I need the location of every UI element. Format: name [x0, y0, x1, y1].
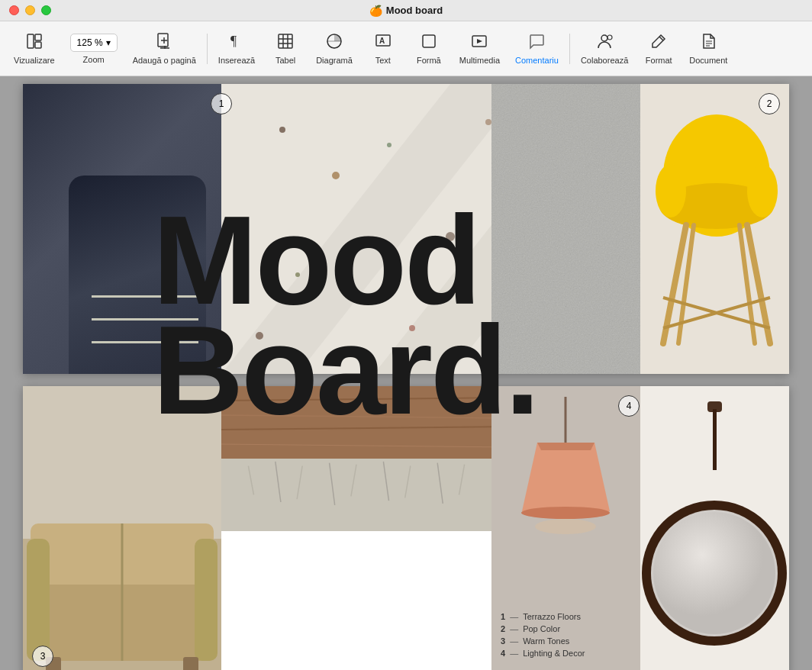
svg-point-83: [535, 519, 596, 534]
diagrama-label: Diagramă: [316, 56, 353, 65]
svg-rect-62: [183, 657, 198, 670]
page-1: 1 2: [23, 84, 789, 374]
toolbar-item-vizualizare[interactable]: Vizualizare: [6, 28, 63, 69]
close-button[interactable]: [9, 5, 19, 15]
comentariu-icon: [528, 33, 545, 53]
svg-rect-17: [423, 35, 435, 47]
toolbar-item-document[interactable]: Document: [682, 28, 735, 69]
minimize-button[interactable]: [25, 5, 35, 15]
window-title: 🍊 Mood board: [369, 5, 443, 17]
insereaza-label: Inserează: [218, 56, 255, 65]
document-container: 1 2: [0, 76, 812, 670]
legend-item-3: 3 — Warm Tones: [501, 636, 631, 646]
cell-yellow-chair[interactable]: [640, 84, 789, 374]
vizualizare-icon: [26, 33, 43, 53]
comentariu-label: Comentariu: [515, 56, 559, 65]
cell-concrete[interactable]: [491, 84, 640, 374]
document-label: Document: [689, 56, 727, 65]
toolbar-item-multimedia[interactable]: Multimedia: [452, 28, 508, 69]
svg-rect-42: [491, 84, 640, 374]
zoom-label: Zoom: [83, 55, 105, 64]
window-controls: [9, 5, 51, 15]
cell-mirror[interactable]: [640, 386, 789, 670]
svg-point-37: [256, 332, 263, 340]
toolbar-item-adauga-pagina[interactable]: Adaugă o pagină: [125, 28, 204, 69]
svg-rect-86: [713, 409, 717, 470]
svg-point-30: [387, 143, 392, 147]
svg-text:¶: ¶: [230, 34, 237, 49]
maximize-button[interactable]: [41, 5, 51, 15]
canvas-area: 1 2: [0, 76, 812, 670]
page-num-3: 3: [32, 646, 53, 667]
toolbar-item-zoom[interactable]: 125 % ▾ Zoom: [63, 29, 125, 69]
title-text: Mood board: [386, 5, 443, 16]
adauga-pagina-icon: [156, 33, 172, 53]
multimedia-icon: [471, 33, 488, 53]
svg-point-29: [332, 172, 340, 179]
page-2: 3 4: [23, 386, 789, 670]
forma-label: Formă: [417, 56, 441, 65]
separator-2: [569, 34, 570, 64]
legend-item-4: 4 — Lighting & Decor: [501, 649, 631, 658]
terrazzo-image: [221, 84, 491, 374]
dark-chair-image: [23, 84, 221, 374]
svg-point-46: [656, 164, 686, 217]
cell-wood-fur[interactable]: [221, 386, 491, 670]
toolbar-item-text[interactable]: A Text: [360, 28, 406, 69]
svg-point-82: [521, 507, 610, 519]
cell-dark-chair[interactable]: [23, 84, 221, 374]
svg-point-89: [653, 512, 775, 634]
cell-leather-sofa[interactable]: [23, 386, 221, 670]
page-num-4: 4: [618, 395, 640, 417]
yellow-chair-image: [640, 84, 789, 374]
toolbar-item-format[interactable]: Format: [636, 28, 682, 69]
svg-point-20: [607, 35, 612, 40]
svg-rect-63: [221, 386, 491, 459]
zoom-value: 125 %: [77, 37, 103, 48]
svg-point-19: [601, 35, 607, 41]
wood-fur-grid: [221, 386, 491, 670]
cell-pendant-legend[interactable]: 1 — Terrazzo Floors 2 — Pop Color 3 —: [491, 386, 640, 670]
toolbar-item-comentariu[interactable]: Comentariu: [508, 28, 566, 69]
zoom-control[interactable]: 125 % ▾: [70, 34, 118, 52]
legend-item-2: 2 — Pop Color: [501, 624, 631, 633]
diagrama-icon: [326, 33, 343, 53]
toolbar: Vizualizare 125 % ▾ Zoom Adaugă o pagină…: [0, 21, 812, 76]
toolbar-item-forma[interactable]: Formă: [406, 28, 452, 69]
zoom-chevron: ▾: [106, 37, 111, 48]
title-icon: 🍊: [369, 5, 382, 17]
toolbar-item-colaboreaza[interactable]: Colaborează: [573, 28, 636, 69]
concrete-image: [491, 84, 640, 374]
svg-point-28: [279, 127, 285, 133]
title-bar: 🍊 Mood board: [0, 0, 812, 21]
text-label: Text: [375, 56, 391, 65]
bottom-grid: 1 — Terrazzo Floors 2 — Pop Color 3 —: [23, 386, 789, 670]
cell-terrazzo[interactable]: [221, 84, 491, 374]
vizualizare-label: Vizualizare: [14, 56, 55, 65]
tabel-label: Tabel: [276, 56, 295, 65]
svg-point-35: [409, 325, 415, 331]
tabel-icon: [277, 33, 294, 53]
svg-rect-0: [27, 34, 34, 48]
separator-1: [207, 34, 208, 64]
svg-marker-80: [522, 443, 610, 511]
svg-point-34: [295, 272, 300, 277]
toolbar-item-diagrama[interactable]: Diagramă: [308, 28, 360, 69]
format-icon: [650, 33, 667, 53]
page-num-2: 2: [759, 93, 780, 114]
top-grid: [23, 84, 789, 374]
svg-rect-55: [23, 386, 221, 539]
colaboreaza-icon: [596, 33, 613, 53]
svg-rect-59: [27, 539, 50, 661]
document-icon: [700, 33, 717, 53]
toolbar-item-insereaza[interactable]: ¶ Inserează: [211, 28, 263, 69]
insereaza-icon: ¶: [228, 33, 245, 53]
text-icon: A: [375, 33, 392, 53]
toolbar-item-tabel[interactable]: Tabel: [263, 28, 308, 69]
svg-text:A: A: [379, 37, 385, 45]
forma-icon: [420, 33, 437, 53]
svg-point-31: [446, 232, 455, 241]
svg-point-38: [485, 119, 491, 125]
page-num-1: 1: [211, 93, 232, 114]
svg-rect-68: [221, 459, 491, 531]
